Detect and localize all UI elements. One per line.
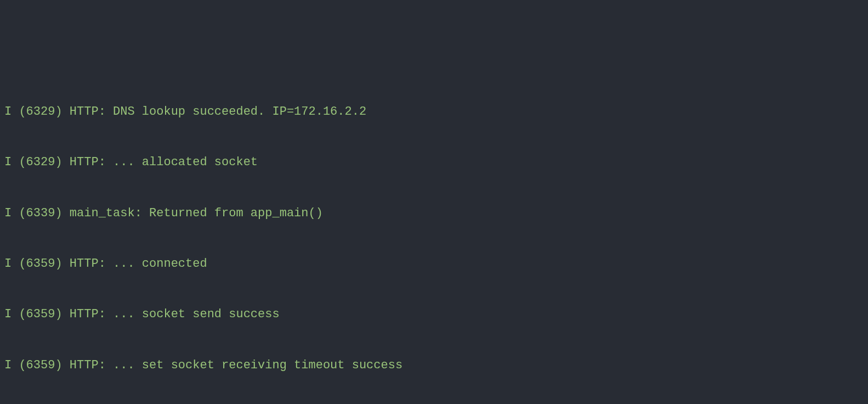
log-line: I (6359) HTTP: ... connected xyxy=(4,256,864,273)
log-line: I (6339) main_task: Returned from app_ma… xyxy=(4,205,864,222)
log-line: I (6329) HTTP: DNS lookup succeeded. IP=… xyxy=(4,104,864,121)
terminal-output: I (6329) HTTP: DNS lookup succeeded. IP=… xyxy=(4,70,864,404)
log-line: I (6359) HTTP: ... set socket receiving … xyxy=(4,357,864,374)
log-line: I (6329) HTTP: ... allocated socket xyxy=(4,154,864,171)
log-line: I (6359) HTTP: ... socket send success xyxy=(4,306,864,323)
